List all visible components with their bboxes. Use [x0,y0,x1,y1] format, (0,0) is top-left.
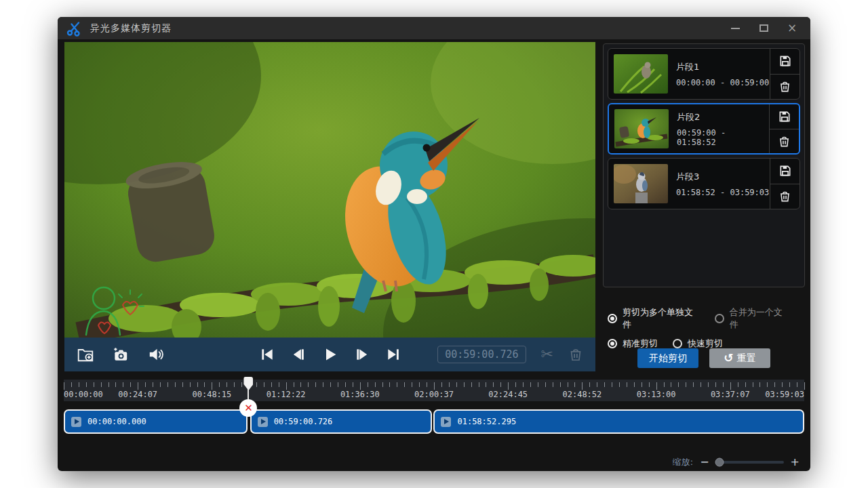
step-forward-icon[interactable] [355,347,370,362]
timeline-ruler[interactable]: 00:00:0000:24:0700:48:1501:12:2201:36:30… [64,380,804,401]
step-back-icon[interactable] [291,347,306,362]
zoom-slider-thumb[interactable] [715,458,724,467]
app-window: 异光多媒体剪切器 × [58,17,810,471]
action-buttons: 开始剪切 ↺ 重置 [601,348,807,368]
ruler-tick [404,382,405,387]
radio-split-multiple-files[interactable]: 剪切为多个单独文件 [608,306,700,331]
reset-button[interactable]: ↺ 重置 [709,348,770,368]
ruler-tick [375,382,376,387]
ruler-tick [427,382,427,387]
ruler-label: 03:59:03 [765,390,804,399]
clip-3-range: 01:58:52 - 03:59:03 [676,188,770,197]
clips-panel: 片段1 00:00:00 - 00:59:00 [601,42,807,371]
cut-scissors-icon[interactable]: ✂ [541,347,553,362]
ruler-tick [619,382,620,387]
zoom-out-minus-icon[interactable]: − [700,457,709,468]
clip-2-delete-trash-icon[interactable] [770,129,799,154]
ruler-tick [686,382,686,387]
ruler-tick [108,382,109,387]
ruler-tick [789,382,790,387]
ruler-tick [523,382,524,387]
ruler-tick [160,382,161,387]
delete-segment-trash-icon[interactable] [568,347,583,362]
ruler-label: 02:48:52 [562,390,601,399]
ruler-tick [753,382,753,387]
minimize-button[interactable] [729,22,741,35]
ruler-tick [360,382,361,390]
skip-to-start-icon[interactable] [260,347,275,362]
clip-3-delete-trash-icon[interactable] [770,184,800,209]
ruler-tick [167,382,168,387]
maximize-button[interactable] [757,22,770,35]
segment-start-time: 01:58:52.295 [457,417,516,426]
clip-2-name: 片段2 [677,111,769,123]
ruler-tick [219,382,220,387]
clip-1-name: 片段1 [676,61,770,73]
play-icon[interactable] [322,346,338,363]
clip-card-3[interactable]: 片段3 01:58:52 - 03:59:03 [608,158,800,209]
remove-cutpoint-button[interactable]: ✕ [239,399,257,417]
clip-1-save-floppy-icon[interactable] [770,49,800,74]
ruler-tick [538,382,538,387]
ruler-label: 03:13:00 [637,390,676,399]
ruler-label: 00:00:00 [64,390,103,399]
ruler-label: 01:12:22 [267,390,306,399]
ruler-tick [730,382,731,390]
current-time-display[interactable]: 00:59:00.726 [437,346,526,363]
ruler-tick [182,382,183,387]
zoom-in-plus-icon[interactable]: + [791,457,800,468]
clip-2-range: 00:59:00 - 01:58:52 [677,128,769,147]
ruler-tick [715,382,716,387]
ruler-label: 02:24:45 [488,390,528,399]
ruler-tick [79,382,79,387]
radio-icon [608,339,617,348]
segment-play-icon[interactable] [441,417,451,427]
snapshot-camera-icon[interactable] [112,346,130,363]
ruler-tick [627,382,627,387]
clip-card-2[interactable]: 片段2 00:59:00 - 01:58:52 [608,103,800,155]
clip-1-delete-trash-icon[interactable] [770,74,800,100]
clip-3-save-floppy-icon[interactable] [770,159,800,184]
ruler-tick [656,382,657,390]
ruler-tick [353,382,353,387]
timeline-segments: 00:00:00.00000:59:00.72601:58:52.295 [64,409,804,434]
ruler-tick [553,382,553,387]
ruler-tick [471,382,472,387]
volume-speaker-icon[interactable] [147,346,165,363]
radio-icon [673,339,682,348]
ruler-tick [64,382,64,390]
close-button[interactable]: × [786,22,798,35]
clip-3-name: 片段3 [676,171,770,183]
timeline-segment-1[interactable]: 00:00:00.000 [64,409,248,434]
ruler-label: 00:48:15 [192,390,231,399]
clip-card-1[interactable]: 片段1 00:00:00 - 00:59:00 [608,48,800,100]
segment-play-icon[interactable] [71,417,81,427]
ruler-tick [782,382,783,387]
ruler-tick [175,382,176,387]
skip-to-end-icon[interactable] [386,347,401,362]
zoom-slider-track[interactable] [716,461,784,464]
ruler-tick [464,382,465,387]
timeline-segment-3[interactable]: 01:58:52.295 [433,409,804,434]
zoom-label: 缩放: [673,456,693,468]
segment-play-icon[interactable] [258,417,268,427]
clip-2-save-floppy-icon[interactable] [770,104,799,129]
open-file-folder-add-icon[interactable] [77,346,94,363]
ruler-tick [500,382,501,387]
start-cut-button[interactable]: 开始剪切 [637,348,698,368]
radio-merge-one-file[interactable]: 合并为一个文件 [715,306,789,331]
ruler-tick [664,382,665,387]
ruler-tick [441,382,442,387]
timeline: 00:00:0000:24:0700:48:1501:12:2201:36:30… [64,380,804,435]
timeline-segment-2[interactable]: 00:59:00.726 [250,409,432,434]
reset-icon: ↺ [724,352,733,364]
ruler-tick [530,382,531,387]
ruler-tick [760,382,760,387]
clip-1-thumbnail [614,54,668,94]
ruler-tick [286,382,287,390]
ruler-tick [723,382,724,387]
ruler-tick [634,382,635,387]
ruler-tick [190,382,191,387]
ruler-tick [86,382,87,387]
radio-icon [715,314,724,323]
